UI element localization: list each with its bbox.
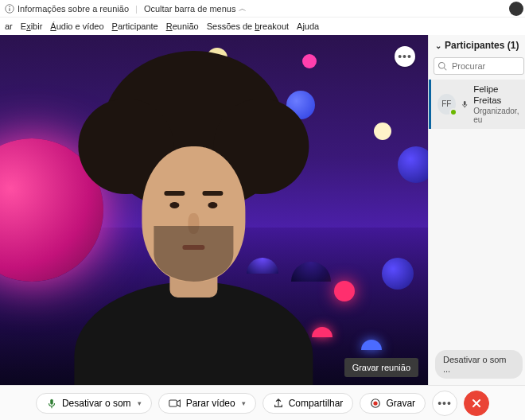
presence-available-icon — [449, 108, 457, 116]
participant-name: Felipe Freitas — [473, 84, 523, 107]
menu-bar: ar Exibir Áudio e vídeo Participante Reu… — [0, 18, 525, 35]
end-call-button[interactable] — [464, 391, 489, 416]
hide-menubar-link[interactable]: Ocultar barra de menus — [144, 4, 236, 14]
chevron-down-icon: ⌄ — [435, 41, 441, 50]
microphone-icon — [461, 99, 469, 109]
more-options-button[interactable]: ••• — [432, 391, 457, 416]
svg-rect-7 — [50, 399, 53, 404]
avatar: FF — [438, 94, 456, 115]
video-button[interactable]: Parar vídeo ▾ — [158, 393, 256, 414]
share-icon — [273, 398, 284, 409]
self-video-participant — [66, 91, 321, 385]
microphone-icon — [46, 398, 57, 409]
svg-rect-5 — [464, 101, 466, 105]
svg-line-4 — [444, 68, 446, 70]
info-icon — [5, 4, 14, 14]
participant-role: Organizador, eu — [473, 107, 523, 124]
meeting-controls: Desativar o som ▾ Parar vídeo ▾ Comparti… — [0, 385, 525, 420]
participant-row[interactable]: FF Felipe Freitas Organizador, eu — [429, 80, 525, 129]
meeting-info-link[interactable]: Informações sobre a reunião — [18, 4, 129, 14]
panel-footer: Desativar o som ... — [429, 344, 525, 385]
mute-all-button[interactable]: Desativar o som ... — [435, 350, 523, 379]
ellipsis-icon: ••• — [398, 51, 412, 62]
mute-button[interactable]: Desativar o som ▾ — [36, 393, 152, 414]
participants-title: Participantes (1) — [445, 40, 519, 51]
menu-item-exibir[interactable]: Exibir — [21, 21, 43, 31]
chevron-down-icon: ▾ — [138, 399, 142, 407]
menu-item-ajuda[interactable]: Ajuda — [297, 21, 319, 31]
camera-icon — [169, 398, 181, 409]
menu-item-participante[interactable]: Participante — [112, 21, 158, 31]
menu-item[interactable]: ar — [5, 21, 13, 31]
record-label: Gravar — [386, 398, 415, 409]
search-input[interactable] — [434, 57, 524, 75]
main-content: ••• Gravar reunião ⌄ Participantes (1) F… — [0, 35, 525, 385]
svg-point-3 — [439, 63, 445, 69]
search-icon — [438, 61, 447, 71]
menu-item-audio-video[interactable]: Áudio e vídeo — [50, 21, 103, 31]
chevron-down-icon: ▾ — [242, 399, 246, 407]
video-stage: ••• Gravar reunião — [0, 35, 428, 385]
ellipsis-icon: ••• — [438, 397, 452, 410]
bg-orb — [302, 54, 317, 68]
participants-panel: ⌄ Participantes (1) FF Felipe Freitas Or… — [428, 35, 525, 385]
close-icon — [470, 397, 483, 410]
title-bar: Informações sobre a reunião | Ocultar ba… — [0, 0, 525, 18]
record-icon — [370, 398, 381, 409]
participants-search — [434, 57, 524, 75]
separator: | — [135, 4, 138, 14]
menu-item-breakout[interactable]: Sessões de breakout — [207, 21, 289, 31]
svg-rect-1 — [9, 8, 10, 11]
svg-rect-9 — [169, 400, 177, 406]
menu-item-reuniao[interactable]: Reunião — [166, 21, 199, 31]
bg-orb — [334, 281, 355, 301]
share-button[interactable]: Compartilhar — [262, 393, 354, 414]
record-tooltip: Gravar reunião — [344, 358, 418, 377]
video-label: Parar vídeo — [186, 398, 235, 409]
share-label: Compartilhar — [289, 398, 344, 409]
record-button[interactable]: Gravar — [360, 393, 426, 414]
svg-point-11 — [374, 401, 378, 405]
svg-point-2 — [9, 6, 10, 7]
mute-label: Desativar o som — [62, 398, 131, 409]
profile-avatar[interactable] — [509, 2, 523, 16]
chevron-up-icon: ︿ — [239, 3, 247, 14]
participants-header[interactable]: ⌄ Participantes (1) — [429, 35, 525, 56]
bg-orb — [398, 146, 428, 183]
video-more-options-button[interactable]: ••• — [395, 46, 415, 67]
participant-info: Felipe Freitas Organizador, eu — [473, 84, 523, 124]
bg-orb — [382, 258, 414, 290]
bg-orb — [374, 122, 391, 140]
